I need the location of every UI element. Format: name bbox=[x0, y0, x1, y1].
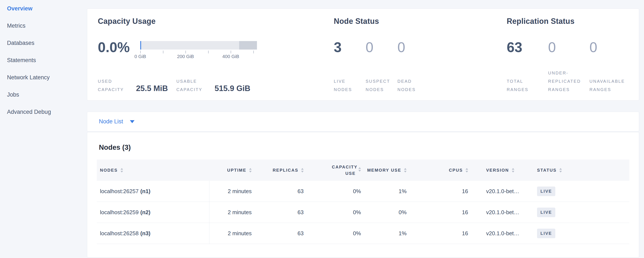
column-header-status[interactable]: STATUS bbox=[533, 168, 582, 173]
overview-page: Overview Metrics Databases Statements Ne… bbox=[0, 0, 644, 258]
column-header-cpus[interactable]: CPUS bbox=[410, 168, 471, 173]
live-nodes-label: LIVE NODES bbox=[334, 77, 366, 94]
axis-tick-label: 200 GiB bbox=[177, 54, 194, 59]
capacity-bar bbox=[140, 41, 257, 50]
usable-capacity-value: 515.9 GiB bbox=[214, 84, 250, 93]
sidebar-item-network-latency[interactable]: Network Latency bbox=[7, 69, 87, 86]
caret-down-icon bbox=[130, 120, 134, 123]
column-header-memory-use-label: MEMORY USE bbox=[367, 168, 401, 173]
status-cell: LIVE bbox=[533, 181, 582, 202]
node-address-link[interactable]: localhost:26259 (n2) bbox=[97, 202, 209, 223]
cluster-summary-card: Capacity Usage 0.0% 0 GiB200 GiB400 GiB … bbox=[87, 9, 639, 101]
status-cell: LIVE bbox=[533, 202, 582, 223]
version-cell: v20.1.0-bet… bbox=[471, 223, 533, 244]
column-header-memory-use[interactable]: MEMORY USE bbox=[364, 168, 410, 173]
sidebar-nav-list: Overview Metrics Databases Statements Ne… bbox=[0, 0, 87, 120]
axis-tick-label: 0 GiB bbox=[134, 54, 146, 59]
column-header-uptime[interactable]: UPTIME bbox=[209, 168, 255, 173]
version-cell: v20.1.0-bet… bbox=[471, 181, 533, 202]
column-header-replicas-label: REPLICAS bbox=[273, 168, 298, 173]
node-address-link[interactable]: localhost:26257 (n1) bbox=[97, 181, 209, 202]
axis-tick bbox=[231, 51, 231, 53]
sidebar-item-databases[interactable]: Databases bbox=[7, 35, 87, 52]
memory-use-cell: 1% bbox=[364, 181, 410, 202]
replicas-cell: 63 bbox=[255, 202, 307, 223]
status-badge: LIVE bbox=[537, 187, 555, 196]
node-status-title: Node Status bbox=[334, 17, 379, 26]
capacity-stats-row: USED CAPACITY 25.5 MiB USABLE CAPACITY 5… bbox=[98, 73, 259, 94]
node-name: (n3) bbox=[140, 230, 150, 237]
cpus-cell: 16 bbox=[410, 223, 471, 244]
sort-arrows-icon bbox=[358, 167, 361, 172]
column-header-capacity-use[interactable]: CAPACITY USE bbox=[307, 164, 364, 177]
capacity-axis-labels: 0 GiB200 GiB400 GiB bbox=[140, 53, 257, 59]
node-address: localhost:26257 bbox=[100, 188, 138, 195]
capacity-bar-segment-other bbox=[239, 41, 257, 50]
sort-arrows-icon bbox=[466, 168, 468, 173]
sidebar-item-advanced-debug[interactable]: Advanced Debug bbox=[7, 103, 87, 120]
axis-tick bbox=[163, 51, 164, 53]
column-header-status-label: STATUS bbox=[537, 168, 556, 173]
version-cell: v20.1.0-bet… bbox=[471, 202, 533, 223]
node-list-dropdown-label: Node List bbox=[99, 118, 123, 125]
capacity-used-percent: 0.0% bbox=[98, 40, 138, 55]
axis-tick-label: 400 GiB bbox=[222, 54, 239, 59]
sort-arrows-icon bbox=[512, 168, 514, 173]
capacity-use-cell: 0% bbox=[307, 181, 364, 202]
node-address-link[interactable]: localhost:26258 (n3) bbox=[97, 223, 209, 244]
nodes-table-card: Nodes (3) NODES UPTIME REPLICAS CAPACITY… bbox=[87, 132, 639, 257]
column-header-version[interactable]: VERSION bbox=[471, 168, 533, 173]
live-nodes-count: 3 bbox=[334, 40, 366, 55]
total-ranges-count: 63 bbox=[507, 40, 548, 55]
replicas-cell: 63 bbox=[255, 223, 307, 244]
node-address: localhost:26259 bbox=[100, 209, 138, 216]
usable-capacity-label: USABLE CAPACITY bbox=[176, 77, 210, 94]
capacity-bar-segment-available bbox=[141, 41, 239, 50]
axis-tick bbox=[140, 51, 141, 53]
unavailable-ranges-label: UNAVAILABLE RANGES bbox=[590, 77, 631, 94]
memory-use-cell: 0% bbox=[364, 202, 410, 223]
sort-arrows-icon bbox=[249, 168, 252, 173]
axis-tick bbox=[253, 51, 254, 53]
sort-arrows-icon bbox=[559, 168, 562, 173]
sidebar-item-jobs[interactable]: Jobs bbox=[7, 86, 87, 103]
replication-numbers: 63 0 0 bbox=[507, 40, 631, 55]
under-replicated-ranges-count: 0 bbox=[548, 40, 590, 55]
sidebar-item-statements[interactable]: Statements bbox=[7, 52, 87, 69]
memory-use-cell: 1% bbox=[364, 223, 410, 244]
under-replicated-ranges-label: UNDER-REPLICATED RANGES bbox=[548, 69, 590, 94]
table-row: localhost:26259 (n2) 2 minutes 63 0% 0% … bbox=[97, 202, 629, 223]
table-row: localhost:26257 (n1) 2 minutes 63 0% 1% … bbox=[97, 181, 629, 202]
nodes-table-title: Nodes (3) bbox=[87, 132, 639, 152]
replication-labels: TOTAL RANGES UNDER-REPLICATED RANGES UNA… bbox=[507, 73, 631, 94]
status-badge: LIVE bbox=[537, 229, 555, 238]
column-header-capacity-use-label: CAPACITY USE bbox=[332, 164, 356, 177]
replication-status-title: Replication Status bbox=[507, 17, 574, 26]
used-capacity-value: 25.5 MiB bbox=[136, 84, 168, 93]
capacity-use-cell: 0% bbox=[307, 202, 364, 223]
sidebar-item-overview[interactable]: Overview bbox=[7, 0, 87, 17]
node-name: (n2) bbox=[140, 209, 150, 216]
node-list-dropdown[interactable]: Node List bbox=[99, 118, 134, 125]
uptime-cell: 2 minutes bbox=[209, 181, 255, 202]
column-header-replicas[interactable]: REPLICAS bbox=[255, 168, 307, 173]
column-header-cpus-label: CPUS bbox=[449, 168, 463, 173]
nodes-table: NODES UPTIME REPLICAS CAPACITY USE MEMOR… bbox=[97, 160, 629, 244]
unavailable-ranges-count: 0 bbox=[590, 40, 631, 55]
column-header-uptime-label: UPTIME bbox=[227, 168, 246, 173]
capacity-gauge-row: 0.0% 0 GiB200 GiB400 GiB bbox=[98, 40, 257, 59]
column-header-nodes[interactable]: NODES bbox=[97, 168, 209, 173]
total-ranges-label: TOTAL RANGES bbox=[507, 77, 548, 94]
table-row: localhost:26258 (n3) 2 minutes 63 0% 1% … bbox=[97, 223, 629, 244]
uptime-cell: 2 minutes bbox=[209, 223, 255, 244]
cpus-cell: 16 bbox=[410, 181, 471, 202]
status-cell: LIVE bbox=[533, 223, 582, 244]
nodes-table-header: NODES UPTIME REPLICAS CAPACITY USE MEMOR… bbox=[97, 160, 629, 181]
status-badge: LIVE bbox=[537, 208, 555, 217]
axis-tick bbox=[208, 51, 208, 53]
sidebar-item-metrics[interactable]: Metrics bbox=[7, 17, 87, 35]
suspect-nodes-label: SUSPECT NODES bbox=[366, 77, 398, 94]
capacity-use-cell: 0% bbox=[307, 223, 364, 244]
column-header-nodes-label: NODES bbox=[100, 168, 118, 173]
view-selector-card: Node List bbox=[87, 112, 639, 132]
